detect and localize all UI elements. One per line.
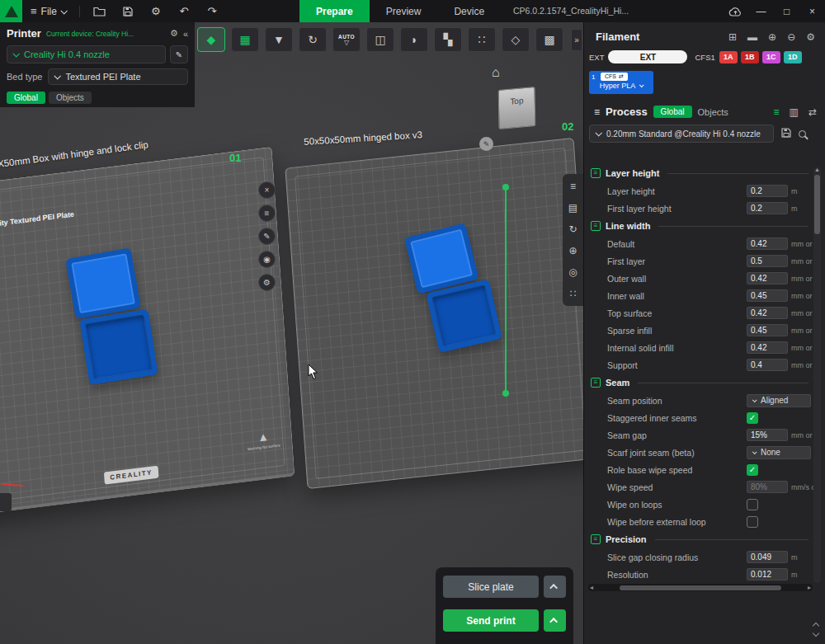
lock-icon[interactable]: ◉ — [258, 251, 276, 268]
value-input[interactable]: 0.45 — [747, 289, 788, 302]
preset-select[interactable]: 0.20mm Standard @Creality Hi 0.4 nozzle — [589, 125, 774, 143]
edit-printer-button[interactable]: ✎ — [170, 45, 188, 63]
minimize-icon[interactable]: — — [748, 0, 774, 22]
value-input[interactable]: 0.42 — [747, 307, 788, 319]
ruler-top-handle[interactable] — [502, 184, 509, 190]
move-tool-button[interactable]: ◆ — [197, 27, 225, 52]
value-input[interactable]: 0.4 — [747, 359, 788, 371]
active-filament-card[interactable]: 1 CFS⇄ Hyper PLA — [589, 71, 653, 94]
value-input[interactable]: 0.2 — [747, 185, 788, 197]
dropdown-select[interactable]: None — [747, 446, 811, 459]
tab-device[interactable]: Device — [437, 0, 501, 22]
edit-plate-icon[interactable]: ✎ — [479, 137, 493, 151]
scroll-jump-buttons[interactable] — [813, 623, 818, 636]
tab-preview[interactable]: Preview — [370, 0, 438, 22]
scrollbar-thumb[interactable] — [620, 585, 781, 590]
cloud-upload-icon[interactable] — [723, 0, 748, 22]
settings-gear-icon[interactable]: ⚙ — [149, 5, 163, 18]
scale-tool-button[interactable]: ◇ — [502, 27, 530, 52]
split-tool-button[interactable]: ◫ — [366, 27, 394, 52]
checkbox[interactable] — [747, 516, 758, 528]
add-icon[interactable]: ⊕ — [768, 31, 776, 43]
tab-prepare[interactable]: Prepare — [299, 0, 370, 22]
pattern-tool-button[interactable]: ∷ — [468, 27, 496, 52]
jump-top-icon[interactable] — [813, 623, 819, 629]
maximize-icon[interactable]: □ — [774, 0, 799, 22]
expand-icon[interactable]: ⊞ — [728, 31, 737, 43]
horizontal-scrollbar[interactable]: ◂ ▸ — [588, 584, 813, 591]
value-input[interactable]: 0.42 — [747, 237, 788, 250]
panel-icon[interactable]: ▥ — [790, 106, 799, 118]
gear-icon[interactable]: ⚙ — [258, 274, 276, 291]
filament-slot-1a[interactable]: 1A — [719, 51, 738, 63]
value-input[interactable]: 0.45 — [747, 324, 788, 336]
value-input[interactable]: 15% — [747, 429, 788, 441]
checkbox[interactable]: ✓ — [747, 464, 758, 476]
process-tab-global[interactable]: Global — [653, 106, 692, 118]
add-circle-icon[interactable]: ⊕ — [568, 245, 577, 256]
value-input[interactable]: 0.5 — [747, 255, 788, 267]
layers-icon[interactable]: ▤ — [568, 202, 578, 214]
process-tab-objects[interactable]: Objects — [698, 107, 728, 117]
scroll-left-arrow[interactable]: ◂ — [590, 584, 593, 591]
dropdown-select[interactable]: Aligned — [747, 394, 811, 407]
close-icon[interactable]: × — [258, 181, 276, 199]
search-icon[interactable] — [799, 130, 806, 138]
vertical-scrollbar[interactable]: ▲ — [813, 167, 821, 583]
checkbox[interactable] — [747, 499, 758, 510]
redo-icon[interactable]: ↷ — [205, 5, 219, 18]
checkbox[interactable]: ✓ — [747, 412, 758, 424]
sliders-green-icon[interactable]: ≡ — [774, 106, 780, 118]
apps-icon[interactable]: ∷ — [570, 288, 577, 299]
auto-orient-tool-button[interactable]: AUTO▽ — [332, 27, 361, 52]
scrollbar-thumb[interactable] — [814, 175, 820, 234]
printer-select[interactable]: Creality Hi 0.4 nozzle — [7, 45, 166, 63]
close-icon[interactable]: × — [799, 0, 825, 22]
filament-slot-1c[interactable]: 1C — [762, 51, 780, 63]
scroll-right-arrow[interactable]: ▸ — [808, 584, 811, 591]
list-icon[interactable]: ≡ — [258, 204, 276, 222]
printer-settings-icon[interactable]: ⚙ — [170, 28, 178, 39]
target-icon[interactable]: ◎ — [568, 266, 577, 278]
file-menu[interactable]: ≡ File — [22, 0, 74, 22]
remove-icon[interactable]: ⊖ — [787, 31, 795, 43]
value-input[interactable]: 0.049 — [747, 551, 788, 563]
plate-2-number[interactable]: 02 — [562, 120, 573, 133]
send-options-button[interactable] — [544, 609, 566, 632]
viewport-3d[interactable]: Creality Textured PEI Plate CREALITY ▲ W… — [0, 22, 583, 644]
home-view-icon[interactable]: ⌂ — [492, 65, 500, 80]
gear-icon[interactable]: ⚙ — [806, 31, 815, 43]
send-print-button[interactable]: Send print — [443, 609, 539, 632]
value-input[interactable]: 80% — [747, 481, 788, 493]
view-cube[interactable]: Top — [498, 87, 536, 129]
jump-bottom-icon[interactable] — [813, 630, 819, 637]
arrange-plate-tool-button[interactable]: ▦ — [231, 27, 259, 52]
edit-icon[interactable]: ✎ — [258, 228, 276, 245]
ext-selector-button[interactable]: EXT — [608, 50, 687, 63]
roller-icon[interactable]: ▬ — [747, 31, 757, 43]
value-input[interactable]: 0.012 — [747, 568, 788, 581]
folder-open-icon[interactable] — [93, 5, 106, 18]
filament-slot-1d[interactable]: 1D — [784, 51, 802, 63]
lay-flat-tool-button[interactable]: ▼ — [265, 27, 293, 52]
paint-tool-button[interactable]: ◗ — [400, 27, 428, 52]
refresh-icon[interactable]: ↻ — [568, 223, 577, 235]
value-input[interactable]: 0.42 — [747, 272, 788, 284]
printer-tab-global[interactable]: Global — [7, 92, 45, 104]
list-icon[interactable]: ≡ — [570, 181, 576, 192]
slice-plate-button[interactable]: Slice plate — [443, 576, 539, 598]
toolbar-overflow-button[interactable]: » — [571, 29, 582, 51]
undo-icon[interactable]: ↶ — [177, 5, 191, 18]
bed-type-select[interactable]: Textured PEI Plate — [48, 68, 188, 85]
save-icon[interactable] — [121, 5, 134, 18]
height-ruler[interactable] — [505, 187, 507, 393]
clone-tool-button[interactable]: ▚ — [434, 27, 462, 52]
value-input[interactable]: 0.2 — [747, 202, 788, 214]
save-preset-icon[interactable] — [781, 126, 791, 141]
slice-options-button[interactable] — [544, 576, 566, 598]
filament-slot-1b[interactable]: 1B — [741, 51, 759, 63]
value-input[interactable]: 0.42 — [747, 341, 788, 354]
rotate-tool-button[interactable]: ↻ — [299, 27, 327, 52]
cube-tool-button[interactable]: ▩ — [535, 27, 563, 52]
ruler-bottom-handle[interactable] — [502, 390, 509, 397]
